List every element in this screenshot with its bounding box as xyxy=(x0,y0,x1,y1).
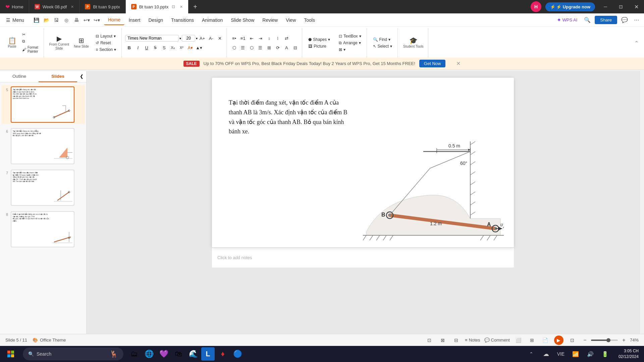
focus-btn[interactable]: ◎ xyxy=(62,15,71,25)
format-painter-button[interactable]: 🖌 FormatPainter xyxy=(19,45,41,54)
section-button[interactable]: ≡ Section ▾ xyxy=(93,47,119,53)
tray-expand-button[interactable]: ⌃ xyxy=(525,347,538,361)
tray-volume-button[interactable]: 🔊 xyxy=(584,347,597,361)
slide-item-7[interactable]: 7 Tại thời điểm ban đầu thanh. Biếttại đ… xyxy=(1,168,85,207)
upgrade-button[interactable]: ⚡ ⚡ Upgrade now xyxy=(545,2,595,11)
increase-indent-button[interactable]: ⇥ xyxy=(256,34,264,42)
comment-button[interactable]: 💬 Comment xyxy=(484,338,510,343)
word-art-button[interactable]: A xyxy=(282,44,290,52)
restore-button[interactable]: ⊡ xyxy=(613,0,629,13)
fit-width-button[interactable]: ⊠ xyxy=(438,336,447,345)
outline-tab[interactable]: Outline xyxy=(0,71,39,82)
tab-review[interactable]: Review xyxy=(258,15,282,25)
font-color-button[interactable]: A▾ xyxy=(186,44,194,52)
search-btn[interactable]: 🔍 xyxy=(583,15,592,25)
tray-cloud-button[interactable]: ☁ xyxy=(539,347,553,361)
picture-button[interactable]: 🖼 Picture xyxy=(306,43,333,49)
promo-close-button[interactable]: ✕ xyxy=(456,60,461,67)
open-btn[interactable]: 📂 xyxy=(42,15,51,25)
zoom-slider[interactable] xyxy=(591,340,618,341)
tray-wifi-button[interactable]: 📶 xyxy=(569,347,582,361)
week08-tab[interactable]: W Week 08.pdf ✕ xyxy=(29,0,80,13)
undo-dropdown[interactable]: ↩▾ xyxy=(82,15,91,25)
notes-area[interactable]: Click to add notes xyxy=(212,247,514,267)
tab-insert[interactable]: Insert xyxy=(124,15,144,25)
reading-view-button[interactable]: 📄 xyxy=(541,336,550,345)
tab-tools[interactable]: Tools xyxy=(300,15,319,25)
taskbar-store-button[interactable]: 🛍 xyxy=(172,347,185,361)
home-tab[interactable]: ❤ Home xyxy=(0,0,29,13)
align-center-button[interactable]: ☰ xyxy=(239,44,247,52)
wps-ai-button[interactable]: ✦ WPS AI xyxy=(554,15,580,24)
tab-home[interactable]: Home xyxy=(104,15,124,25)
taskbar-chrome-button[interactable]: 🔵 xyxy=(231,347,244,361)
minimize-button[interactable]: ─ xyxy=(598,0,613,13)
bt9-tab[interactable]: P Bt tuan 9.pptx xyxy=(79,0,125,13)
menu-button[interactable]: ☰ Menu xyxy=(3,15,28,25)
share-button[interactable]: Share xyxy=(595,16,617,24)
new-tab-button[interactable]: + xyxy=(189,0,202,13)
more-btn[interactable]: ⋯ xyxy=(632,15,641,25)
comment-btn[interactable]: 💬 xyxy=(620,15,629,25)
normal-view-button[interactable]: ⊟ xyxy=(451,336,461,345)
start-button[interactable] xyxy=(3,347,19,361)
italic-button[interactable]: I xyxy=(134,44,142,52)
justify-button[interactable]: ☰ xyxy=(256,44,264,52)
subscript-button[interactable]: X₂ xyxy=(169,44,177,52)
slide-thumb-5[interactable]: Tại thời điểm đang xét, vận tốcđiểm A củ… xyxy=(11,86,74,123)
decrease-indent-button[interactable]: ⇤ xyxy=(248,34,256,42)
bold-button[interactable]: B xyxy=(125,44,133,52)
superscript-button[interactable]: X² xyxy=(177,44,185,52)
font-name-selector[interactable]: Times New Roman xyxy=(125,35,179,42)
zoom-out-button[interactable]: − xyxy=(581,336,589,344)
direction-button[interactable]: ⇄ xyxy=(282,34,290,42)
reset-button[interactable]: ↺ Reset xyxy=(93,40,119,46)
columns-button[interactable]: ⁞ xyxy=(274,34,282,42)
tab-transitions[interactable]: Transitions xyxy=(167,15,198,25)
convert-button[interactable]: ⟳ xyxy=(274,44,282,52)
layout-button[interactable]: ⊟ Layout ▾ xyxy=(93,33,119,39)
highlight-button[interactable]: ▲▾ xyxy=(195,44,203,52)
slides-tab[interactable]: Slides xyxy=(39,71,77,82)
save-btn[interactable]: 💾 xyxy=(32,15,41,25)
redo-dropdown[interactable]: ↪▾ xyxy=(92,15,101,25)
arrange-button[interactable]: ⧉ Arrange ▾ xyxy=(336,40,364,46)
shadow-button[interactable]: S xyxy=(160,44,168,52)
taskbar-clock[interactable]: 3:05 CH 02/12/2024 xyxy=(616,348,641,360)
slide-item-6[interactable]: 6 Tại thời điểm đang xét, tâm phẳngABD q… xyxy=(1,127,85,166)
shapes-button[interactable]: ⬟ Shapes ▾ xyxy=(306,37,333,43)
taskbar-wps-button[interactable]: ♦ xyxy=(216,347,229,361)
taskbar-files-button[interactable]: 🗂 xyxy=(127,347,141,361)
align-v-button[interactable]: ⊟ xyxy=(291,44,299,52)
bt10-tab[interactable]: P Bt tuan 10.pptx ⊡ ✕ xyxy=(126,0,189,13)
get-now-button[interactable]: Get Now xyxy=(419,60,446,67)
fit-page-button[interactable]: ⊡ xyxy=(425,336,434,345)
textbox-button[interactable]: ⊡ TextBox ▾ xyxy=(336,33,364,39)
underline-button[interactable]: U xyxy=(143,44,151,52)
copy-button[interactable]: ⧉ xyxy=(19,38,41,44)
align-left-button[interactable]: ⬡ xyxy=(230,44,238,52)
slide-thumb-7[interactable]: Tại thời điểm ban đầu thanh. Biếttại điể… xyxy=(11,170,74,206)
tab-animation[interactable]: Animation xyxy=(198,15,227,25)
taskbar-browser1-button[interactable]: 🌐 xyxy=(142,347,156,361)
zoom-slider-handle[interactable] xyxy=(606,338,610,342)
clear-format-button[interactable]: ✕ xyxy=(216,34,224,42)
font-size-selector[interactable]: 20 xyxy=(182,35,195,42)
tab-slideshow[interactable]: Slide Show xyxy=(227,15,258,25)
taskbar-search-bar[interactable]: 🔍 Search 🦌 xyxy=(23,348,123,360)
close-button[interactable]: ✕ xyxy=(629,0,644,13)
tab-view[interactable]: View xyxy=(282,15,300,25)
from-current-slide-button[interactable]: ▶ From CurrentSlide xyxy=(47,34,71,52)
slide-thumb-8[interactable]: Điểm A tại thời điểm đứng yên và có vận … xyxy=(11,211,74,247)
tab-design[interactable]: Design xyxy=(144,15,167,25)
ribbon-collapse[interactable]: ⌃ xyxy=(632,28,641,58)
font-increase-button[interactable]: A+ xyxy=(198,34,206,42)
bt10-close-icon[interactable]: ✕ xyxy=(180,5,183,9)
slide-canvas[interactable]: Tại thời điểm đang xét, vận tốc điểm A c… xyxy=(212,78,514,247)
slide-text-box[interactable]: Tại thời điểm đang xét, vận tốc điểm A c… xyxy=(229,98,353,136)
find-button[interactable]: 🔍 Find ▾ xyxy=(370,37,395,43)
distribute-button[interactable]: ⊠ ▾ xyxy=(336,47,364,53)
slide-thumb-6[interactable]: Tại thời điểm đang xét, tâm phẳngABD qua… xyxy=(11,128,74,164)
print-btn[interactable]: 🖶 xyxy=(72,15,81,25)
font-decrease-button[interactable]: A- xyxy=(207,34,215,42)
